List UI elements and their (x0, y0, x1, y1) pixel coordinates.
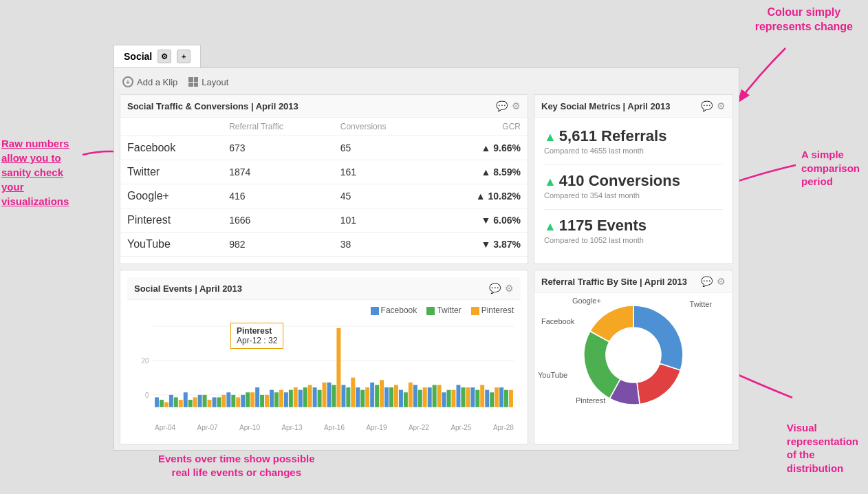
bar (399, 390, 403, 407)
bar (246, 392, 250, 407)
bar (236, 397, 240, 407)
donut-label-googleplus: Google+ (572, 297, 601, 305)
cell-gcr: 9.66% (431, 136, 528, 160)
bar (389, 387, 393, 407)
bar (456, 385, 460, 407)
key-metrics-header: Key Social Metrics | April 2013 💬 ⚙ (534, 95, 733, 118)
add-icon: + (122, 76, 133, 87)
settings-icon-2[interactable]: ⚙ (717, 100, 726, 111)
bar (418, 390, 422, 407)
comment-icon[interactable]: 💬 (496, 100, 508, 111)
bar (356, 387, 360, 407)
bar (509, 390, 513, 407)
cell-name: Facebook (120, 136, 222, 160)
donut-labels: Twitter Facebook Google+ Pinterest YouTu… (534, 293, 733, 417)
bar (284, 392, 288, 407)
table-row: YouTube 982 38 3.87% (120, 233, 528, 257)
bar (413, 385, 417, 407)
bar (169, 395, 173, 407)
bar (423, 387, 427, 407)
social-events-actions: 💬 ⚙ (489, 283, 514, 294)
bar (447, 390, 451, 407)
cell-gcr: 10.82% (431, 184, 528, 208)
bar (213, 397, 217, 407)
legend-pinterest: Pinterest (471, 305, 514, 315)
x-label: Apr-25 (451, 424, 471, 431)
bar (217, 397, 221, 407)
cell-gcr: 6.06% (431, 208, 528, 233)
cell-name: Twitter (120, 160, 222, 184)
col-name (120, 118, 222, 136)
bar (327, 383, 332, 407)
metric-arrow: ▲ (544, 130, 556, 144)
layout-button[interactable]: Layout (188, 77, 228, 87)
key-metrics-actions: 💬 ⚙ (701, 100, 726, 111)
settings-icon-3[interactable]: ⚙ (505, 283, 514, 294)
layout-icon (188, 77, 198, 87)
bar (466, 387, 470, 407)
bar (475, 390, 479, 407)
referral-traffic-title: Referral Traffic By Site | April 2013 (541, 277, 687, 287)
settings-icon[interactable]: ⚙ (512, 100, 521, 111)
bar (433, 385, 437, 407)
cell-name: Google+ (120, 184, 222, 208)
metric-item: ▲410 Conversions Compared to 354 last mo… (544, 172, 723, 200)
bar (255, 387, 259, 407)
metric-divider (544, 209, 723, 210)
x-label: Apr-04 (155, 424, 175, 431)
bar (365, 387, 369, 407)
cell-conversions: 65 (334, 136, 431, 160)
tab-plus-button[interactable]: + (177, 50, 191, 63)
comment-icon-4[interactable]: 💬 (701, 276, 713, 287)
cell-conversions: 161 (334, 160, 431, 184)
bar (179, 400, 183, 407)
bar (360, 390, 365, 407)
x-label: Apr-16 (324, 424, 345, 431)
metric-value: ▲1175 Events (544, 217, 723, 235)
bar (241, 395, 245, 407)
bar (442, 392, 446, 407)
metric-value: ▲5,611 Referrals (544, 127, 723, 145)
bar (279, 390, 283, 407)
cell-name: Pinterest (120, 208, 222, 233)
bar-chart: Pinterest Apr-12 : 32 20 0 (134, 319, 514, 422)
bar (155, 397, 159, 407)
bar (451, 390, 455, 407)
bar (404, 392, 408, 407)
bar (336, 328, 340, 407)
comment-icon-3[interactable]: 💬 (489, 283, 501, 294)
bar (490, 392, 494, 407)
dashboard-container: Social ⚙ + + Add a Klip Layout (113, 45, 739, 451)
cell-referral: 1874 (222, 160, 334, 184)
cell-gcr: 8.59% (431, 160, 528, 184)
comment-icon-2[interactable]: 💬 (701, 100, 713, 111)
donut-label-youtube: YouTube (538, 371, 567, 379)
bar (323, 383, 327, 407)
bar (226, 392, 230, 407)
metric-compare: Compared to 4655 last month (544, 147, 723, 155)
annotation-bottom-center: Events over time show possiblereal life … (158, 452, 315, 479)
bar (203, 395, 207, 407)
bar (346, 387, 350, 407)
bar (274, 392, 279, 407)
bar (303, 387, 307, 407)
bar (308, 385, 312, 407)
settings-icon-4[interactable]: ⚙ (717, 276, 726, 287)
bar (394, 385, 398, 407)
table-row: Pinterest 1666 101 6.06% (120, 208, 528, 233)
bar (341, 385, 345, 407)
social-tab[interactable]: Social ⚙ + (113, 45, 201, 67)
annotation-left: Raw numbersallow you tosanity checkyourv… (1, 136, 69, 208)
bar (480, 385, 484, 407)
social-events-header: Social Events | April 2013 💬 ⚙ (127, 277, 521, 300)
bar (294, 387, 298, 407)
bar (504, 390, 508, 407)
chart-x-labels: Apr-04Apr-07Apr-10Apr-13Apr-16Apr-19Apr-… (134, 422, 514, 431)
add-klip-label: Add a Klip (137, 77, 177, 87)
tab-gear-button[interactable]: ⚙ (158, 50, 171, 63)
table-row: Twitter 1874 161 8.59% (120, 160, 528, 184)
add-klip-button[interactable]: + Add a Klip (122, 76, 177, 87)
bar (380, 380, 384, 407)
referral-traffic-actions: 💬 ⚙ (701, 276, 726, 287)
x-label: Apr-28 (493, 424, 514, 431)
